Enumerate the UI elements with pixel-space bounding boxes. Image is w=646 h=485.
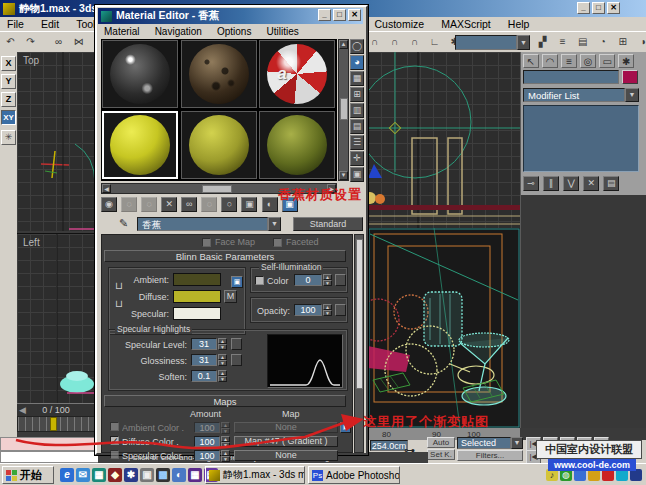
show-map-in-viewport-icon[interactable]: ▣ — [241, 197, 257, 212]
soften-spinner[interactable]: ▲▼ — [218, 370, 227, 382]
desktop-icon[interactable]: ▦ — [92, 468, 106, 482]
tab-display[interactable]: ▭ — [599, 54, 615, 68]
go-to-parent-icon[interactable]: ◐ — [262, 197, 278, 212]
sample-slot-checker[interactable]: a — [258, 39, 336, 109]
image-app-icon[interactable]: ▩ — [156, 468, 170, 482]
make-preview-icon[interactable]: ▤ — [350, 119, 364, 134]
params-scroll-thumb[interactable] — [356, 239, 363, 389]
material-type-button[interactable]: Standard — [293, 217, 363, 231]
snap-toggle-icon[interactable]: ∩ — [366, 33, 383, 50]
camera-icon[interactable]: ▣ — [140, 468, 154, 482]
sample-slot-banana3[interactable] — [258, 110, 336, 180]
opacity-map-button[interactable] — [335, 304, 346, 316]
me-menu-material[interactable]: Material — [98, 26, 146, 37]
put-material-icon[interactable]: ◌ — [121, 197, 137, 212]
align-icon[interactable]: ≡ — [554, 33, 571, 50]
layer-manager-icon[interactable]: ▤ — [574, 33, 591, 50]
modifier-stack[interactable] — [523, 105, 639, 172]
snap-flake-icon[interactable]: ✳ — [1, 130, 16, 145]
slot-scroll-left-icon[interactable]: ◀ — [102, 184, 111, 193]
object-name-field[interactable] — [523, 70, 619, 84]
undo-icon[interactable]: ↶ — [2, 33, 19, 50]
key-filter-dropdown[interactable]: Selected — [457, 437, 511, 449]
object-color-swatch[interactable] — [622, 70, 638, 84]
tab-create[interactable]: ↖ — [523, 54, 539, 68]
axis-z-button[interactable]: Z — [1, 92, 16, 107]
restore-button[interactable]: □ — [592, 2, 605, 14]
pin-stack-icon[interactable]: ⊸ — [523, 176, 539, 191]
modifier-list-dropdown[interactable]: Modifier List — [523, 88, 625, 102]
remove-modifier-icon[interactable]: ✕ — [583, 176, 599, 191]
make-unique-icon[interactable]: ⋁ — [563, 176, 579, 191]
viewport-top-left-strip[interactable]: Top — [17, 52, 95, 231]
slot-hscroll-thumb[interactable] — [202, 185, 232, 193]
glossiness-field[interactable]: 31 — [191, 354, 217, 366]
named-selection-arrow-icon[interactable]: ▼ — [517, 35, 530, 50]
slot-scroll-down-icon[interactable]: ▼ — [339, 171, 348, 180]
self-illum-color-checkbox[interactable] — [255, 276, 264, 285]
slot-vscrollbar[interactable]: ▲ ▼ — [338, 39, 349, 181]
sample-slot-banana-active[interactable] — [101, 110, 179, 180]
axis-x-button[interactable]: X — [1, 56, 16, 71]
redo-icon[interactable]: ↷ — [22, 33, 39, 50]
diffuse-map-shortcut-button[interactable]: M — [224, 290, 237, 303]
angle-snap-icon[interactable]: ∩ — [386, 33, 403, 50]
ambient-diffuse-lock-icon[interactable]: ⊔ — [115, 280, 123, 291]
make-copy-icon[interactable]: ∞ — [181, 197, 197, 212]
select-by-material-icon[interactable]: ✛ — [350, 151, 364, 166]
sample-slot-banana2[interactable] — [180, 110, 258, 180]
grid-app-icon[interactable]: ▦ — [188, 468, 202, 482]
reset-map-icon[interactable]: ✕ — [161, 197, 177, 212]
backlight-icon[interactable]: ◕ — [350, 55, 364, 70]
viewport-left-strip[interactable]: Left — [17, 233, 95, 403]
task-button-photoshop[interactable]: Ps Adobe Photoshop — [308, 466, 400, 484]
slot-scroll-thumb[interactable] — [340, 98, 348, 120]
get-material-icon[interactable]: ◉ — [101, 197, 117, 212]
diffuse-color-swatch[interactable] — [173, 290, 221, 303]
pick-from-object-icon[interactable]: ✎ — [119, 217, 128, 230]
show-end-result-icon[interactable]: ∥ — [543, 176, 559, 191]
material-editor-icon[interactable]: ◑ — [634, 33, 646, 50]
start-button[interactable]: 开始 — [2, 466, 54, 484]
menu-customize[interactable]: Customize — [368, 17, 432, 31]
lock-maps-button[interactable]: ▣ — [231, 276, 243, 288]
me-title-bar[interactable]: Material Editor - 香蕉 _ □ ✕ — [98, 8, 363, 24]
sample-slot-glass[interactable] — [101, 39, 179, 109]
axis-y-button[interactable]: Y — [1, 74, 16, 89]
messenger-icon[interactable]: ◐ — [172, 468, 186, 482]
face-map-checkbox[interactable] — [202, 238, 211, 247]
maps-rollout-header[interactable]: Maps — [104, 395, 346, 407]
me-menu-navigation[interactable]: Navigation — [149, 26, 208, 37]
assign-material-icon[interactable]: ◌ — [141, 197, 157, 212]
task-button-max[interactable]: 静物1.max - 3ds m... — [205, 466, 305, 484]
menu-help[interactable]: Help — [501, 17, 537, 31]
viewport-top-right[interactable] — [368, 52, 520, 228]
blinn-rollout-header[interactable]: Blinn Basic Parameters — [104, 250, 346, 262]
material-navigator-icon[interactable]: ▣ — [350, 167, 364, 182]
faceted-checkbox[interactable] — [273, 238, 282, 247]
link-icon[interactable]: ∞ — [50, 33, 67, 50]
me-minimize-button[interactable]: _ — [318, 9, 331, 21]
put-to-library-icon[interactable]: ◌ — [201, 197, 217, 212]
diffuse-specular-lock-icon[interactable]: ⊔ — [115, 298, 123, 309]
menu-file[interactable]: File — [0, 17, 31, 31]
star-icon[interactable]: ✱ — [124, 468, 138, 482]
filters-button[interactable]: Filters... — [457, 450, 523, 461]
minimize-button[interactable]: _ — [577, 2, 590, 14]
outlook-icon[interactable]: ✉ — [76, 468, 90, 482]
self-illum-spinner[interactable]: ▲▼ — [323, 274, 332, 286]
spinner-snap-icon[interactable]: ∟ — [426, 33, 443, 50]
tab-hierarchy[interactable]: ≡ — [561, 54, 577, 68]
material-name-arrow-icon[interactable]: ▼ — [268, 217, 281, 231]
menu-maxscript[interactable]: MAXScript — [434, 17, 498, 31]
unlink-icon[interactable]: ⋈ — [70, 33, 87, 50]
close-button[interactable]: ✕ — [607, 2, 620, 14]
named-selection-dropdown[interactable] — [455, 35, 517, 50]
configure-stack-icon[interactable]: ▤ — [603, 176, 619, 191]
curve-editor-icon[interactable]: ◔ — [594, 33, 611, 50]
self-illum-map-button[interactable] — [335, 274, 346, 286]
me-options-icon[interactable]: ☰ — [350, 135, 364, 150]
background-icon[interactable]: ▦ — [350, 71, 364, 86]
opacity-value-field[interactable]: 100 — [294, 304, 322, 316]
modifier-list-arrow-icon[interactable]: ▼ — [625, 88, 639, 102]
